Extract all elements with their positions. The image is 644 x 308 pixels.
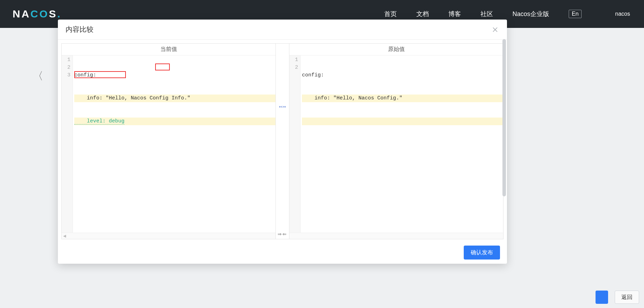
diff-left-header: 当前值 <box>62 44 275 55</box>
language-toggle[interactable]: En <box>569 10 582 18</box>
nav-home[interactable]: 首页 <box>384 10 397 18</box>
back-chevron-icon[interactable]: 〈 <box>33 69 43 83</box>
diff-highlight-box <box>155 63 170 70</box>
gutter-line <box>289 72 298 79</box>
nav-enterprise[interactable]: Nacos企业版 <box>513 10 549 18</box>
nav-community[interactable]: 社区 <box>480 10 493 18</box>
logo-text-3: S <box>49 8 57 20</box>
modal-header: 内容比较 <box>58 20 507 40</box>
code-line: info: "Hello, Nacos Config Info." <box>74 95 190 101</box>
gutter-line: 2 <box>62 64 70 72</box>
diff-left-hscroll[interactable]: ◀ <box>62 233 275 239</box>
diff-left-code: config: info: "Hello, Nacos Config Info.… <box>73 55 275 233</box>
gutter-line: 2 <box>289 64 298 72</box>
diff-right-hscroll[interactable] <box>289 233 503 239</box>
code-line: level: debug <box>74 118 124 125</box>
scroll-left-icon: ◀ <box>62 234 67 238</box>
diff-modal: 内容比较 当前值 1 2 3 config: info: "Hello, Nac… <box>58 20 507 264</box>
code-line: config: <box>74 72 96 78</box>
page-bottom-primary-button[interactable] <box>596 291 608 304</box>
gutter-line: 3 <box>62 72 70 79</box>
gutter-line: 1 <box>289 56 298 64</box>
logo-dot: . <box>57 8 61 20</box>
diff-marker-icon: ↢↣ <box>279 104 286 109</box>
scrollbar-thumb[interactable] <box>502 39 506 196</box>
close-icon[interactable] <box>491 25 499 34</box>
diff-right-code: config: info: "Hello, Nacos Config." <box>301 55 503 233</box>
diff-left-gutter: 1 2 3 <box>62 55 73 233</box>
logo: NACOS. <box>13 8 62 20</box>
diff-container: 当前值 1 2 3 config: info: "Hello, Nacos Co… <box>58 40 507 241</box>
modal-footer: 确认发布 <box>58 241 507 264</box>
nav-docs[interactable]: 文档 <box>416 10 429 18</box>
diff-right-editor[interactable]: 1 2 config: info: "Hello, Nacos Config." <box>289 55 503 233</box>
diff-center-strip: ↢↣ ⇒⇐ <box>276 43 289 239</box>
code-line: config: <box>302 72 324 78</box>
diff-right-pane: 原始值 1 2 config: info: "Hello, Nacos Conf… <box>289 43 503 239</box>
diff-align-icon: ⇒⇐ <box>278 231 287 239</box>
page-bottom-back-button[interactable]: 返回 <box>615 291 639 304</box>
diff-left-editor[interactable]: 1 2 3 config: info: "Hello, Nacos Config… <box>62 55 275 233</box>
diff-left-pane: 当前值 1 2 3 config: info: "Hello, Nacos Co… <box>61 43 276 239</box>
gutter-line: 1 <box>62 56 70 64</box>
nav-links: 首页 文档 博客 社区 Nacos企业版 En nacos <box>384 10 630 18</box>
logo-text-1: NA <box>13 8 30 20</box>
diff-right-gutter: 1 2 <box>289 55 301 233</box>
nav-blog[interactable]: 博客 <box>448 10 461 18</box>
confirm-publish-button[interactable]: 确认发布 <box>464 246 500 260</box>
modal-title: 内容比较 <box>66 25 93 34</box>
current-user[interactable]: nacos <box>615 11 630 17</box>
diff-right-header: 原始值 <box>289 44 503 55</box>
logo-text-2: CO <box>30 8 49 20</box>
modal-vscroll[interactable] <box>502 39 507 241</box>
code-line: info: "Hello, Nacos Config." <box>302 95 402 101</box>
